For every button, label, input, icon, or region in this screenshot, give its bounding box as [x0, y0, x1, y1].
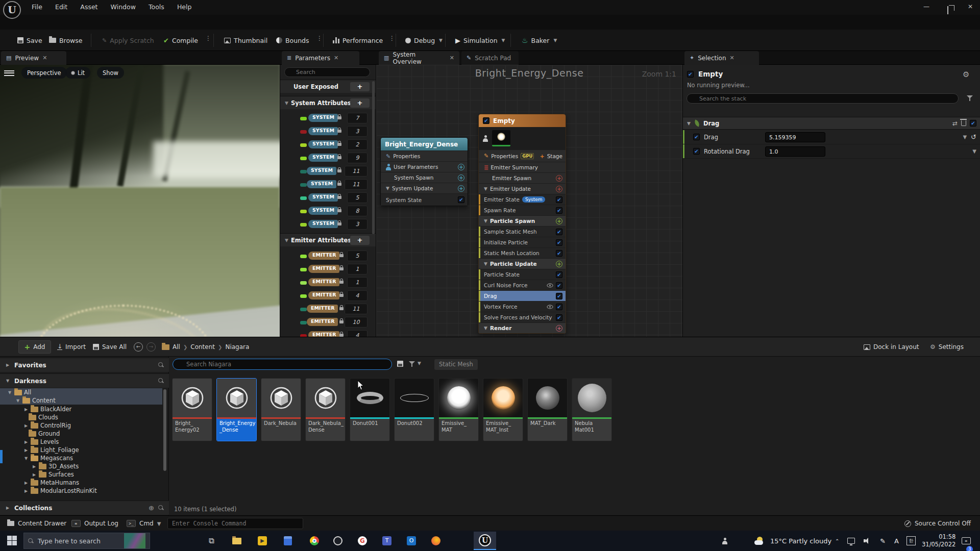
emitter-enabled-checkbox[interactable]: ✔	[483, 117, 489, 124]
stage-label[interactable]: Stage	[547, 153, 562, 159]
collapse-icon[interactable]: ▼	[285, 238, 288, 243]
enabled-checkbox[interactable]: ✔	[556, 293, 562, 299]
parameters-search-input[interactable]	[284, 67, 370, 77]
search-highlight-image[interactable]	[124, 533, 145, 548]
drag-group-header[interactable]: ▼ Drag ⇄ ✔	[683, 117, 980, 130]
add-module-icon[interactable]: +	[556, 186, 562, 192]
thumbnail-button[interactable]: Thumbnail	[222, 33, 270, 48]
add-parameter-button[interactable]: +	[350, 82, 370, 91]
menu-help[interactable]: Help	[172, 0, 197, 14]
enabled-checkbox[interactable]: ✔	[556, 207, 562, 214]
chevron-down-icon[interactable]: ▼	[963, 134, 967, 140]
save-all-button[interactable]: Save All	[93, 340, 127, 354]
tree-item-ground[interactable]: Ground	[0, 430, 162, 438]
asset-tile[interactable]: MAT_Dark	[527, 378, 568, 441]
unreal-taskbar-tile[interactable]: U	[474, 532, 496, 550]
collections-header[interactable]: ▶Collections⊕	[0, 500, 169, 515]
enabled-checkbox[interactable]: ✔	[556, 271, 562, 278]
tree-item-levels[interactable]: ▶Levels	[0, 438, 162, 446]
add-module-icon[interactable]: +	[556, 218, 562, 224]
parameter-row[interactable]: EMITTER4	[280, 329, 373, 337]
node-row-properties[interactable]: ✎PropertiesGPU+Stage	[479, 149, 566, 162]
property-row-drag[interactable]: ✔ Drag 5.159359 ▼ ↺	[683, 130, 980, 144]
randomize-icon[interactable]: ⇄	[952, 120, 958, 127]
node-row-system-state[interactable]: System State✔	[381, 193, 468, 206]
parameter-row[interactable]: SYSTEM3	[280, 125, 373, 138]
file-explorer-icon[interactable]	[231, 535, 243, 547]
compile-options-icon[interactable]: ⋮	[205, 35, 211, 42]
baker-button[interactable]: ♨Baker▼	[520, 33, 559, 48]
asset-tile[interactable]: Dark_Nebula_ Dense	[305, 378, 346, 441]
perspective-button[interactable]: Perspective	[21, 67, 67, 79]
rotational-drag-value-field[interactable]: 1.0	[765, 146, 825, 157]
add-collection-icon[interactable]: ⊕	[149, 504, 154, 512]
parameter-row[interactable]: EMITTER4	[280, 289, 373, 303]
node-row-spawn-rate[interactable]: Spawn Rate✔	[479, 205, 566, 215]
emitter-enabled-checkbox[interactable]: ✔	[687, 71, 694, 78]
node-row-static-mesh-location[interactable]: Static Mesh Location✔	[479, 247, 566, 258]
delete-icon[interactable]	[961, 120, 966, 126]
firefox-icon[interactable]	[430, 535, 442, 547]
add-stage-icon[interactable]: +	[540, 153, 545, 159]
node-row-initialize-particle[interactable]: Initialize Particle✔	[479, 237, 566, 247]
asset-tile-selected[interactable]: Bright_Energy _Dense	[216, 378, 257, 441]
close-icon[interactable]: ✕	[334, 55, 338, 61]
preview-viewport[interactable]: Perspective Lit Show	[0, 65, 280, 337]
close-icon[interactable]: ✕	[42, 55, 47, 61]
add-module-icon[interactable]: +	[458, 185, 464, 192]
back-button[interactable]: ←	[134, 340, 143, 354]
collapse-icon[interactable]: ▼	[285, 101, 288, 106]
parameter-row[interactable]: SYSTEM9	[280, 152, 373, 165]
output-log-button[interactable]: ≡Output Log	[71, 516, 118, 531]
property-checkbox[interactable]: ✔	[693, 148, 700, 155]
user-exposed-header[interactable]: User Exposed +	[280, 80, 376, 93]
tree-item-blackalder[interactable]: ▶BlackAlder	[0, 405, 162, 413]
tab-scratch-pad[interactable]: ✎Scratch Pad	[461, 51, 519, 65]
google-icon[interactable]: G	[356, 535, 369, 547]
node-row-particle-update[interactable]: ▼Particle Update+	[479, 258, 566, 269]
teams-icon[interactable]: T	[381, 535, 393, 547]
tree-item-metahumans[interactable]: ▶MetaHumans	[0, 479, 162, 487]
close-button[interactable]: ✕	[962, 0, 979, 13]
parameter-row[interactable]: EMITTER1	[280, 263, 373, 276]
parameter-row[interactable]: SYSTEM11	[280, 178, 373, 191]
node-row-system-update[interactable]: ▼System Update+	[381, 183, 468, 193]
tree-item-all[interactable]: ▼All	[0, 388, 162, 396]
tab-system-overview[interactable]: ▥System Overview✕	[379, 51, 459, 65]
start-button[interactable]	[7, 536, 17, 545]
add-module-icon[interactable]: +	[556, 261, 562, 267]
import-button[interactable]: ↓Import	[57, 340, 86, 354]
pen-icon[interactable]: ✎	[880, 531, 886, 551]
drag-value-field[interactable]: 5.159359	[765, 132, 825, 142]
add-module-icon[interactable]: +	[458, 174, 464, 181]
tree-item-surfaces[interactable]: ▶Surfaces	[0, 470, 162, 479]
show-button[interactable]: Show	[97, 67, 124, 79]
node-row-particle-state[interactable]: Particle State✔	[479, 269, 566, 280]
property-checkbox[interactable]: ✔	[693, 134, 700, 140]
content-drawer-button[interactable]: Content Drawer	[7, 516, 66, 531]
breadcrumb-content[interactable]: Content	[190, 343, 215, 350]
close-icon[interactable]: ✕	[730, 55, 734, 61]
node-row-emitter-summary[interactable]: ≣Emitter Summary	[479, 162, 566, 172]
asset-tile[interactable]: Donut002	[394, 378, 434, 441]
asset-tile[interactable]: Emissive_ MAT	[438, 378, 479, 441]
reset-icon[interactable]: ↺	[971, 133, 976, 141]
system-attributes-header[interactable]: ▼ System Attributes +	[280, 96, 376, 109]
dock-in-layout-button[interactable]: Dock in Layout	[864, 340, 919, 354]
enabled-checkbox[interactable]: ✔	[556, 304, 562, 310]
tab-preview[interactable]: ▤Preview✕	[1, 51, 66, 65]
node-row-vortex-force[interactable]: Vortex Force✔	[479, 301, 566, 312]
asset-tile[interactable]: Bright_ Energy02	[172, 378, 212, 441]
enabled-checkbox[interactable]: ✔	[970, 120, 976, 127]
obs-icon[interactable]	[332, 535, 344, 547]
performance-options-icon[interactable]: ⋮	[389, 35, 395, 42]
calculator-icon[interactable]	[282, 535, 294, 547]
chrome-icon[interactable]	[308, 535, 321, 547]
emitter-node[interactable]: ✔ Empty ✎PropertiesGPU+Stage ≣Emitter Su…	[478, 114, 566, 334]
scrollbar[interactable]	[372, 81, 375, 234]
tray-expand-icon[interactable]: ⌃	[835, 531, 839, 551]
tab-parameters[interactable]: ≣Parameters✕	[282, 51, 359, 65]
ime-language-icon[interactable]: A	[894, 531, 899, 551]
minimize-button[interactable]: —	[918, 0, 935, 13]
collapse-icon[interactable]: ▼	[687, 121, 691, 126]
